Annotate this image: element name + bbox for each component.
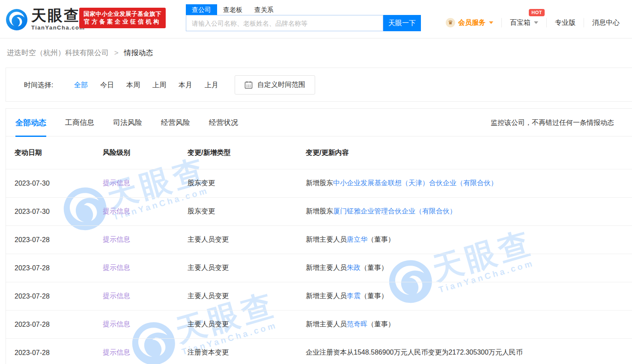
time-option-last-week[interactable]: 上周 [152, 81, 166, 90]
logo-name: 天眼查 [31, 8, 85, 23]
tianyancha-logo[interactable]: 天眼查 TianYanCha.com [6, 8, 85, 31]
tab-business-info[interactable]: 工商信息 [65, 109, 94, 136]
cell-change-content: 新增股东中小企业发展基金联想（天津）合伙企业（有限合伙） [306, 179, 632, 188]
col-header-date: 变动日期 [15, 148, 103, 157]
content-text: （董事） [361, 292, 388, 299]
cell-change-type: 主要人员变更 [188, 235, 306, 244]
nav-member-services[interactable]: ♛ 会员服务 [438, 18, 501, 27]
cell-date: 2023-07-28 [15, 293, 103, 300]
table-row: 2023-07-28 提示信息 主要人员变更 新增主要人员唐立华（董事） [6, 225, 632, 254]
cell-risk-level[interactable]: 提示信息 [103, 292, 188, 301]
tianyancha-logo-icon [6, 9, 27, 30]
content-text: （董事） [367, 236, 395, 243]
breadcrumb-company-link[interactable]: 进迭时空（杭州）科技有限公司 [7, 49, 109, 57]
col-header-change-content: 变更/更新内容 [306, 148, 632, 157]
nav-pro-version[interactable]: 专业版 [546, 18, 584, 27]
person-link[interactable]: 李震 [347, 292, 361, 299]
search-tab-company[interactable]: 查公司 [186, 4, 217, 15]
breadcrumb-separator: > [114, 49, 119, 57]
search-button[interactable]: 天眼一下 [383, 15, 421, 31]
cell-change-content: 新增主要人员朱政（董事） [306, 263, 632, 272]
search-tab-relation[interactable]: 查关系 [248, 4, 280, 15]
company-link[interactable]: 中小企业发展基金联想（天津）合伙企业（有限合伙） [333, 179, 498, 186]
table-row: 2023-07-30 提示信息 股东变更 新增股东中小企业发展基金联想（天津）合… [6, 169, 632, 197]
content-text: 新增股东 [306, 179, 333, 186]
logo-text: 天眼查 TianYanCha.com [31, 8, 85, 31]
updates-card: 天眼查 TianYanCha.com 天眼查 TianYanCha.com 天眼… [6, 108, 632, 364]
nav-message-center[interactable]: 消息中心 [584, 18, 628, 27]
search-input[interactable] [186, 15, 383, 31]
content-text: 企业注册资本从1548.586900万元人民币变更为2172.305300万元人… [306, 349, 523, 356]
nav-toolbox[interactable]: HOT 百宝箱 [501, 18, 546, 27]
search-area: 查公司 查老板 查关系 天眼一下 [186, 4, 421, 31]
cell-change-type: 股东变更 [188, 179, 306, 188]
company-link[interactable]: 厦门钲雅企业管理合伙企业（有限合伙） [333, 207, 456, 215]
cell-risk-level[interactable]: 提示信息 [103, 263, 188, 272]
cell-change-content: 新增主要人员李震（董事） [306, 292, 632, 301]
content-text: 新增主要人员 [306, 292, 347, 299]
top-header: 天眼查 TianYanCha.com 国家中小企业发展子基金旗下 官方备案企业征… [0, 0, 632, 38]
cell-change-content: 企业注册资本从1548.586900万元人民币变更为2172.305300万元人… [306, 348, 632, 357]
time-filter-card: 时间选择: 全部 今日 本周 上周 本月 上月 自定义时间范围 [6, 68, 632, 102]
tab-judicial-risk[interactable]: 司法风险 [113, 109, 142, 136]
cell-risk-level[interactable]: 提示信息 [103, 179, 188, 188]
content-text: 新增主要人员 [306, 264, 347, 271]
table-row: 2023-07-28 提示信息 主要人员变更 新增主要人员李震（董事） [6, 282, 632, 310]
cell-change-type: 主要人员变更 [188, 320, 306, 329]
calendar-icon [244, 81, 253, 89]
table-row: 2023-07-30 提示信息 股东变更 新增股东厦门钲雅企业管理合伙企业（有限… [6, 197, 632, 225]
cell-risk-level[interactable]: 提示信息 [103, 348, 188, 357]
cell-date: 2023-07-28 [15, 321, 103, 328]
time-option-this-month[interactable]: 本月 [179, 81, 192, 90]
table-row: 2023-07-28 提示信息 注册资本变更 企业注册资本从1548.58690… [6, 338, 632, 364]
category-tabs-row: 全部动态 工商信息 司法风险 经营风险 经营状况 监控该公司，不再错过任何一条情… [6, 109, 632, 136]
cell-change-type: 主要人员变更 [188, 263, 306, 272]
content-text: 新增股东 [306, 207, 333, 215]
crown-icon: ♛ [446, 18, 455, 27]
time-option-this-week[interactable]: 本周 [126, 81, 140, 90]
cell-date: 2023-07-30 [15, 208, 103, 216]
time-filter-label: 时间选择: [24, 81, 53, 90]
cell-change-content: 新增主要人员唐立华（董事） [306, 235, 632, 244]
monitor-company-link[interactable]: 监控该公司，不再错过任何一条情报动态 [491, 118, 614, 127]
header-nav: ♛ 会员服务 HOT 百宝箱 专业版 消息中心 [438, 17, 628, 29]
nav-toolbox-label: 百宝箱 [510, 18, 531, 27]
chevron-down-icon [534, 21, 538, 24]
table-row: 2023-07-28 提示信息 主要人员变更 新增主要人员范奇晖（董事） [6, 310, 632, 338]
nav-pro-label: 专业版 [555, 18, 575, 27]
updates-table: 变动日期 风险级别 变更/新增类型 变更/更新内容 2023-07-30 提示信… [6, 136, 632, 364]
time-option-all[interactable]: 全部 [74, 81, 88, 90]
content-text: （董事） [361, 264, 388, 271]
logo-domain: TianYanCha.com [31, 24, 85, 31]
cell-date: 2023-07-30 [15, 180, 103, 187]
breadcrumb-current-page: 情报动态 [124, 49, 153, 57]
time-option-today[interactable]: 今日 [100, 81, 114, 90]
time-option-last-month[interactable]: 上月 [205, 81, 218, 90]
hot-badge: HOT [529, 9, 545, 16]
cell-change-type: 股东变更 [188, 207, 306, 216]
tab-operational-risk[interactable]: 经营风险 [161, 109, 190, 136]
table-row: 2023-07-28 提示信息 主要人员变更 新增主要人员朱政（董事） [6, 254, 632, 282]
cell-change-content: 新增股东厦门钲雅企业管理合伙企业（有限合伙） [306, 207, 632, 216]
time-filter-options: 全部 今日 本周 上周 本月 上月 [74, 81, 231, 90]
person-link[interactable]: 朱政 [347, 264, 361, 271]
certification-badge-line1: 国家中小企业发展子基金旗下 [79, 10, 166, 18]
nav-messages-label: 消息中心 [592, 18, 620, 27]
cell-date: 2023-07-28 [15, 264, 103, 272]
table-header-row: 变动日期 风险级别 变更/新增类型 变更/更新内容 [6, 136, 632, 169]
cell-date: 2023-07-28 [15, 236, 103, 244]
person-link[interactable]: 唐立华 [347, 236, 367, 243]
cell-risk-level[interactable]: 提示信息 [103, 320, 188, 329]
person-link[interactable]: 范奇晖 [347, 320, 367, 328]
certification-badge-line2: 官方备案企业征信机构 [79, 18, 166, 26]
search-tab-boss[interactable]: 查老板 [217, 4, 248, 15]
custom-time-range-button[interactable]: 自定义时间范围 [235, 75, 315, 95]
tab-all-updates[interactable]: 全部动态 [15, 109, 46, 136]
tab-operating-status[interactable]: 经营状况 [209, 109, 238, 136]
cell-change-type: 主要人员变更 [188, 292, 306, 301]
cell-risk-level[interactable]: 提示信息 [103, 235, 188, 244]
breadcrumb: 进迭时空（杭州）科技有限公司 > 情报动态 [7, 48, 153, 58]
cell-risk-level[interactable]: 提示信息 [103, 207, 188, 216]
content-text: （董事） [367, 320, 395, 328]
col-header-change-type: 变更/新增类型 [188, 148, 306, 157]
